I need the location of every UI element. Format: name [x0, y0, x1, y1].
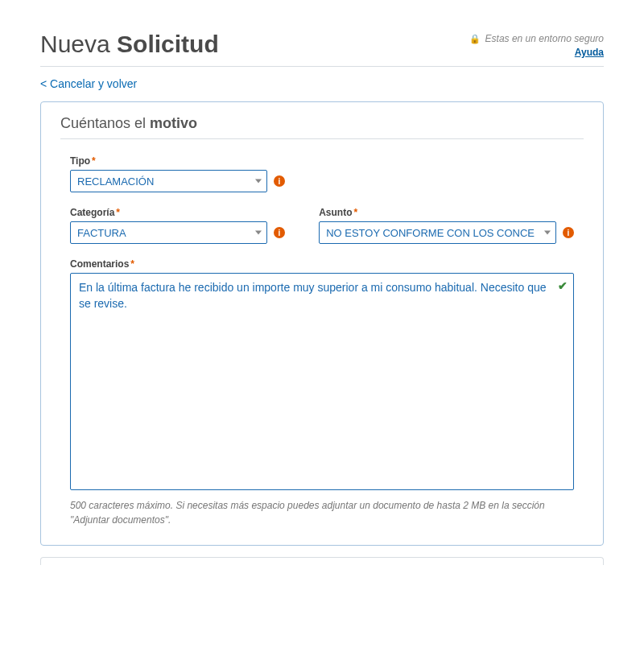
secure-block: 🔒 Estas en un entorno seguro Ayuda — [469, 33, 604, 58]
check-icon: ✔ — [558, 279, 568, 292]
page-header: Nueva Solicitud 🔒 Estas en un entorno se… — [40, 16, 604, 67]
page-title: Nueva Solicitud — [40, 16, 219, 58]
tipo-label: Tipo* — [70, 155, 285, 167]
panel-title-bold: motivo — [150, 115, 197, 131]
asunto-label-text: Asunto — [319, 207, 352, 218]
chevron-down-icon — [544, 231, 551, 235]
secure-text: Estas en un entorno seguro — [485, 33, 604, 44]
tipo-value: RECLAMACIÓN — [77, 175, 154, 188]
chevron-down-icon — [255, 231, 262, 235]
info-icon[interactable]: i — [274, 175, 285, 187]
help-link[interactable]: Ayuda — [575, 47, 604, 58]
page-title-light: Nueva — [40, 31, 117, 57]
field-tipo: Tipo* RECLAMACIÓN i — [70, 155, 285, 192]
field-comentarios: Comentarios* ✔ 500 caracteres máximo. Si… — [70, 258, 574, 527]
secure-line: 🔒 Estas en un entorno seguro — [469, 33, 604, 44]
comentarios-textarea[interactable] — [70, 273, 574, 490]
reason-panel: Cuéntanos el motivo Tipo* RECLAMACIÓN i — [40, 101, 604, 546]
info-icon[interactable]: i — [274, 227, 285, 238]
lock-icon: 🔒 — [469, 34, 481, 44]
info-icon[interactable]: i — [563, 227, 574, 238]
comentarios-label: Comentarios* — [70, 258, 574, 270]
categoria-label: Categoría* — [70, 207, 290, 218]
field-categoria: Categoría* FACTURA i — [70, 207, 290, 244]
comentarios-hint: 500 caracteres máximo. Si necesitas más … — [70, 498, 574, 527]
panel-title: Cuéntanos el motivo — [60, 115, 584, 139]
required-star: * — [353, 207, 357, 218]
categoria-label-text: Categoría — [70, 207, 114, 218]
chevron-down-icon — [255, 179, 262, 184]
comentarios-label-text: Comentarios — [70, 258, 129, 270]
asunto-label: Asunto* — [319, 207, 574, 218]
page-title-bold: Solicitud — [117, 31, 219, 57]
required-star: * — [116, 207, 120, 218]
tipo-label-text: Tipo — [70, 155, 90, 167]
tipo-select[interactable]: RECLAMACIÓN — [70, 170, 267, 192]
asunto-value: NO ESTOY CONFORME CON LOS CONCE — [326, 227, 535, 239]
asunto-select[interactable]: NO ESTOY CONFORME CON LOS CONCE — [319, 221, 556, 244]
categoria-select[interactable]: FACTURA — [70, 221, 267, 244]
required-star: * — [130, 258, 134, 270]
categoria-value: FACTURA — [77, 227, 126, 239]
field-asunto: Asunto* NO ESTOY CONFORME CON LOS CONCE … — [319, 207, 574, 244]
panel-title-light: Cuéntanos el — [60, 115, 150, 131]
required-star: * — [92, 155, 96, 167]
cancel-back-link[interactable]: < Cancelar y volver — [40, 77, 137, 90]
next-panel-preview — [40, 557, 604, 565]
